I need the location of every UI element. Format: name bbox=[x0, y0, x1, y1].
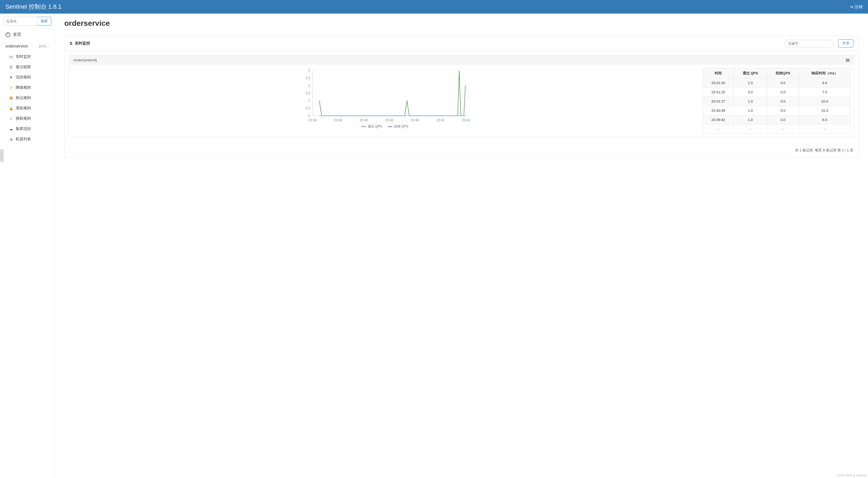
svg-text:20:39: 20:39 bbox=[308, 118, 317, 122]
nav-item-cluster-node[interactable]: ☰簇点链路 bbox=[0, 62, 55, 72]
svg-text:20:40: 20:40 bbox=[360, 118, 368, 122]
table-cell: 20:40:49 bbox=[703, 106, 734, 115]
menu-icon[interactable] bbox=[846, 59, 849, 62]
table-head-row: 时间通过 QPS拒绝QPS响应时间（ms） bbox=[703, 68, 850, 79]
lock-icon: 🔒 bbox=[9, 106, 13, 111]
table-cell: 8.0 bbox=[799, 115, 850, 124]
nav-app-toggle[interactable]: orderservice (1/1)⌄ bbox=[0, 40, 55, 52]
table-cell: 10.0 bbox=[799, 97, 850, 106]
nav-item-degrade-rule[interactable]: ⚡降级规则 bbox=[0, 83, 55, 93]
table-header-cell: 拒绝QPS bbox=[767, 68, 799, 79]
check-icon: ✓ bbox=[9, 117, 13, 121]
fire-icon: 🔥 bbox=[9, 96, 13, 100]
app-search-input[interactable] bbox=[3, 17, 37, 26]
bolt-icon: ⚡ bbox=[9, 86, 13, 90]
svg-text:2: 2 bbox=[308, 84, 310, 88]
svg-text:3: 3 bbox=[308, 69, 310, 72]
sort-icon: ⇅ bbox=[69, 41, 73, 46]
app-title: Sentinel 控制台 1.8.1 bbox=[5, 3, 62, 11]
realtime-panel: ⇅ 实时监控 升序 /order/{orderId} 00.511 bbox=[64, 36, 859, 158]
chart-legend: 通过 QPS 拒绝 QPS bbox=[72, 124, 698, 129]
nav-item-realtime[interactable]: ⫿⫿实时监控 bbox=[0, 52, 55, 62]
server-icon: ≣ bbox=[9, 137, 13, 141]
chart-svg: 00.511.522.5320:3920:4020:4020:4020:4020… bbox=[72, 68, 698, 122]
table-cell: 31.0 bbox=[799, 106, 850, 115]
svg-text:20:40: 20:40 bbox=[334, 118, 342, 122]
svg-text:0: 0 bbox=[308, 114, 310, 118]
pagination-info: 共 1 条记录, 每页 6 条记录 第 1 / 1 页 bbox=[65, 141, 858, 158]
sidebar-collapse-handle[interactable] bbox=[0, 149, 4, 162]
nav-home[interactable]: 首页 bbox=[0, 29, 55, 40]
table-row: 20:41:283.00.07.0 bbox=[703, 88, 850, 97]
table-cell: 0.0 bbox=[767, 115, 799, 124]
filter-icon: ▼ bbox=[9, 76, 13, 80]
search-button[interactable]: 搜索 bbox=[37, 17, 51, 26]
table-row: ---- bbox=[703, 124, 850, 134]
nav-app-count: (1/1)⌄ bbox=[39, 44, 49, 48]
resource-card: /order/{orderId} 00.511.522.5320:3920:40… bbox=[69, 55, 854, 137]
nav-item-system-rule[interactable]: 🔒系统规则 bbox=[0, 103, 55, 113]
svg-text:20:40: 20:40 bbox=[385, 118, 394, 122]
legend-block: 拒绝 QPS bbox=[388, 124, 408, 129]
main-content: orderservice ⇅ 实时监控 升序 /order/{orderId} bbox=[55, 13, 868, 478]
table-cell: 0.0 bbox=[767, 79, 799, 88]
table-cell: - bbox=[767, 124, 799, 134]
svg-text:0.5: 0.5 bbox=[305, 106, 310, 110]
nav-item-param-rule[interactable]: 🔥热点规则 bbox=[0, 93, 55, 103]
top-header: Sentinel 控制台 1.8.1 ↪ 注销 bbox=[0, 0, 868, 13]
table-cell: 8.0 bbox=[799, 79, 850, 88]
legend-pass: 通过 QPS bbox=[361, 124, 382, 129]
table-cell: 0.0 bbox=[767, 106, 799, 115]
sidebar: 搜索 首页 orderservice (1/1)⌄ ⫿⫿实时监控 ☰簇点链路 ▼… bbox=[0, 13, 55, 478]
list-icon: ☰ bbox=[9, 65, 13, 69]
table-cell: - bbox=[799, 124, 850, 134]
logout-icon: ↪ bbox=[850, 4, 854, 9]
bars-icon: ⫿⫿ bbox=[9, 55, 13, 59]
table-row: 20:41:302.00.08.0 bbox=[703, 79, 850, 88]
legend-block-line bbox=[388, 126, 393, 127]
table-cell: - bbox=[734, 124, 767, 134]
clock-icon bbox=[5, 32, 10, 37]
table-header-cell: 响应时间（ms） bbox=[799, 68, 850, 79]
table-cell: 2.0 bbox=[734, 79, 767, 88]
table-row: 20:39:421.00.08.0 bbox=[703, 115, 850, 124]
resource-header: /order/{orderId} bbox=[69, 55, 854, 65]
legend-pass-line bbox=[361, 126, 366, 127]
nav-item-authority-rule[interactable]: ✓授权规则 bbox=[0, 113, 55, 124]
svg-text:20:41: 20:41 bbox=[436, 118, 445, 122]
panel-title: 实时监控 bbox=[75, 41, 90, 46]
table-cell: 0.0 bbox=[767, 97, 799, 106]
table-row: 20:40:491.00.031.0 bbox=[703, 106, 850, 115]
keyword-input[interactable] bbox=[784, 40, 833, 47]
table-cell: 20:41:30 bbox=[703, 79, 734, 88]
nav-item-flow-rule[interactable]: ▼流控规则 bbox=[0, 72, 55, 83]
page-title: orderservice bbox=[64, 19, 859, 28]
svg-text:2.5: 2.5 bbox=[305, 76, 310, 80]
table-cell: 1.0 bbox=[734, 115, 767, 124]
nav-item-cluster-flow[interactable]: ☁集群流控 bbox=[0, 124, 55, 134]
table-cell: - bbox=[703, 124, 734, 134]
resource-name: /order/{orderId} bbox=[73, 58, 97, 62]
table-cell: 1.0 bbox=[734, 106, 767, 115]
table-header-cell: 时间 bbox=[703, 68, 734, 79]
table-cell: 20:41:27 bbox=[703, 97, 734, 106]
metrics-table: 时间通过 QPS拒绝QPS响应时间（ms） 20:41:302.00.08.02… bbox=[703, 68, 850, 134]
sort-order-button[interactable]: 升序 bbox=[838, 39, 854, 48]
chevron-down-icon: ⌄ bbox=[47, 45, 49, 48]
qps-chart: 00.511.522.5320:3920:4020:4020:4020:4020… bbox=[72, 68, 698, 134]
nav-item-machine-list[interactable]: ≣机器列表 bbox=[0, 134, 55, 144]
svg-text:1: 1 bbox=[308, 99, 310, 102]
panel-header: ⇅ 实时监控 升序 bbox=[65, 36, 858, 51]
table-cell: 20:39:42 bbox=[703, 115, 734, 124]
logout-label: 注销 bbox=[855, 4, 863, 9]
table-cell: 3.0 bbox=[734, 88, 767, 97]
nav-app-name: orderservice bbox=[5, 44, 28, 48]
table-row: 20:41:271.00.010.0 bbox=[703, 97, 850, 106]
table-header-cell: 通过 QPS bbox=[734, 68, 767, 79]
cloud-icon: ☁ bbox=[9, 127, 13, 131]
table-cell: 20:41:28 bbox=[703, 88, 734, 97]
logout-button[interactable]: ↪ 注销 bbox=[850, 4, 863, 9]
table-cell: 1.0 bbox=[734, 97, 767, 106]
table-cell: 7.0 bbox=[799, 88, 850, 97]
svg-text:20:40: 20:40 bbox=[411, 118, 419, 122]
